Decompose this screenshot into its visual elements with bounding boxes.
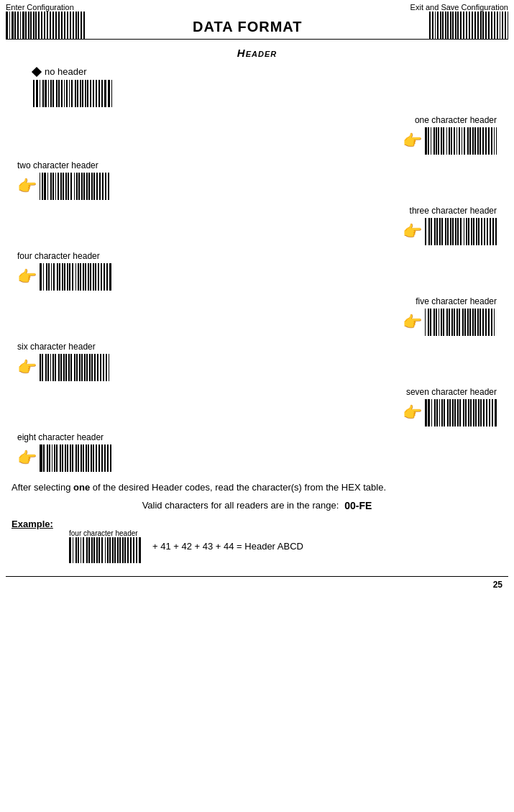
bottom-divider	[6, 576, 508, 577]
enter-config-barcode[interactable]	[6, 12, 85, 39]
eight-char-right-spacer	[257, 432, 503, 472]
six-char-barcode-row: 👉	[17, 354, 111, 381]
page-number: 25	[0, 580, 514, 590]
seven-char-barcode-row: 👉	[403, 399, 497, 426]
no-header-barcode[interactable]	[33, 80, 112, 107]
no-header-row: no header	[33, 66, 502, 77]
eight-char-left: eight character header 👉	[12, 432, 257, 472]
five-char-barcode-row: 👉	[403, 309, 497, 336]
eight-char-label: eight character header	[17, 432, 104, 442]
seven-char-left-spacer	[12, 387, 257, 426]
two-char-left: two character header 👉	[12, 160, 257, 200]
three-char-barcode[interactable]	[425, 218, 497, 245]
six-char-row: six character header 👉	[12, 342, 502, 381]
example-label: Example:	[12, 519, 53, 529]
five-char-label: five character header	[416, 296, 497, 306]
one-char-right: one character header 👉	[257, 115, 503, 155]
valid-range-row: Valid characters for all readers are in …	[12, 500, 502, 511]
no-header-barcode-row	[33, 80, 502, 109]
four-char-left: four character header 👉	[12, 251, 257, 291]
five-char-row: five character header 👉	[12, 296, 502, 336]
enter-config-label: Enter Configuration	[6, 3, 74, 12]
two-char-barcode-row: 👉	[17, 173, 111, 200]
one-char-row: one character header 👉	[12, 115, 502, 155]
page-title: DATA FORMAT	[193, 16, 302, 37]
three-char-hand-icon: 👉	[403, 222, 422, 241]
example-barcode[interactable]	[69, 537, 141, 563]
six-char-label: six character header	[17, 342, 96, 352]
diamond-bullet	[32, 66, 42, 76]
six-char-barcode[interactable]	[40, 354, 111, 381]
six-char-left: six character header 👉	[12, 342, 257, 381]
after-text-1: After selecting	[12, 482, 73, 493]
two-char-barcode[interactable]	[40, 173, 111, 200]
five-char-hand-icon: 👉	[403, 313, 422, 332]
after-text-2: of the desired Header codes, read the ch…	[90, 482, 386, 493]
example-caption: four character header	[69, 529, 138, 537]
one-char-barcode-row: 👉	[403, 127, 497, 155]
seven-char-label: seven character header	[406, 387, 497, 397]
valid-value: 00-FE	[344, 500, 372, 511]
title-divider	[6, 39, 508, 40]
section-title: Header	[0, 47, 514, 59]
four-char-barcode[interactable]	[40, 263, 111, 291]
seven-char-right: seven character header 👉	[257, 387, 503, 426]
five-char-left-spacer	[12, 296, 257, 336]
exit-config-barcode[interactable]	[429, 12, 508, 39]
one-char-label: one character header	[415, 115, 497, 125]
content-area: no header one character header 👉 two cha…	[0, 66, 514, 563]
two-char-right-spacer	[257, 160, 503, 200]
example-row: four character header + 41 + 42 + 43 + 4…	[69, 529, 502, 563]
one-char-barcode[interactable]	[425, 127, 497, 155]
six-char-hand-icon: 👉	[17, 358, 37, 377]
seven-char-barcode[interactable]	[425, 399, 497, 426]
four-char-hand-icon: 👉	[17, 268, 37, 286]
exit-config-label: Exit and Save Configuration	[410, 3, 508, 12]
example-equation: + 41 + 42 + 43 + 44 = Header ABCD	[152, 541, 303, 552]
six-char-right-spacer	[257, 342, 503, 381]
one-char-left-spacer	[12, 115, 257, 155]
four-char-row: four character header 👉	[12, 251, 502, 291]
four-char-label: four character header	[17, 251, 100, 261]
four-char-right-spacer	[257, 251, 503, 291]
example-barcode-col: four character header	[69, 529, 141, 563]
seven-char-row: seven character header 👉	[12, 387, 502, 426]
example-section: Example: four character header + 41 + 42…	[12, 519, 502, 563]
five-char-right: five character header 👉	[257, 296, 503, 336]
after-text-bold: one	[73, 482, 90, 493]
three-char-barcode-row: 👉	[403, 218, 497, 245]
one-char-hand-icon: 👉	[403, 132, 422, 150]
eight-char-barcode[interactable]	[40, 444, 111, 472]
three-char-right: three character header 👉	[257, 206, 503, 245]
two-char-label: two character header	[17, 160, 98, 170]
eight-char-barcode-row: 👉	[17, 444, 111, 472]
no-header-label: no header	[45, 66, 87, 77]
three-char-row: three character header 👉	[12, 206, 502, 245]
two-char-hand-icon: 👉	[17, 177, 37, 196]
eight-char-hand-icon: 👉	[17, 449, 37, 467]
after-text: After selecting one of the desired Heade…	[12, 480, 502, 496]
valid-label: Valid characters for all readers are in …	[142, 500, 339, 511]
four-char-barcode-row: 👉	[17, 263, 111, 291]
seven-char-hand-icon: 👉	[403, 403, 422, 422]
three-char-left-spacer	[12, 206, 257, 245]
top-header: Enter Configuration DATA FORMAT Exit and…	[0, 0, 514, 39]
three-char-label: three character header	[410, 206, 497, 216]
eight-char-row: eight character header 👉	[12, 432, 502, 472]
five-char-barcode[interactable]	[425, 309, 497, 336]
two-char-row: two character header 👉	[12, 160, 502, 200]
